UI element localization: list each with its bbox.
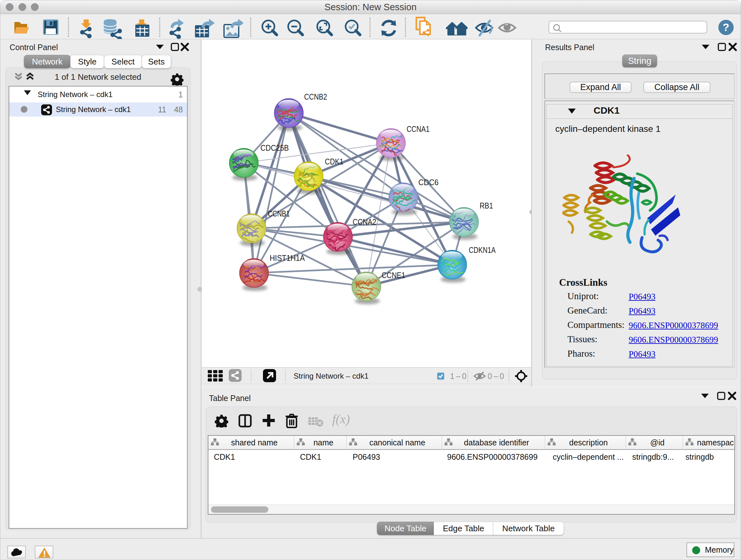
svg-text:CDC6: CDC6 [418, 178, 439, 187]
svg-text:?: ? [723, 21, 730, 33]
svg-text:CDC25B: CDC25B [260, 143, 289, 152]
svg-text:CCNB2: CCNB2 [304, 92, 327, 102]
svg-text:HIST1H1A: HIST1H1A [270, 253, 305, 263]
svg-text:CCNE1: CCNE1 [382, 270, 405, 280]
svg-text:CCNB1: CCNB1 [268, 209, 290, 219]
svg-text:CCNA1: CCNA1 [407, 124, 429, 134]
svg-text:RB1: RB1 [480, 201, 493, 210]
svg-text:CCNA2: CCNA2 [353, 217, 376, 227]
svg-text:CDK1: CDK1 [325, 157, 343, 166]
svg-text:CDKN1A: CDKN1A [469, 245, 496, 255]
